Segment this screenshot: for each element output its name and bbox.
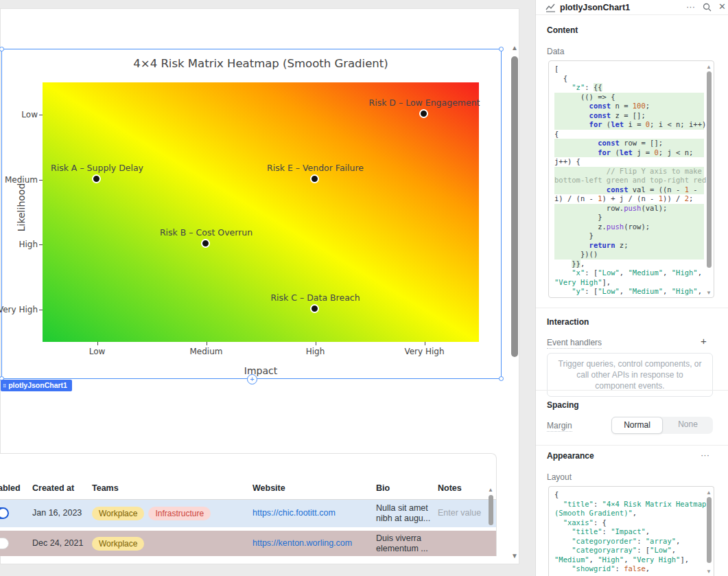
code-line: (() => {	[554, 93, 704, 102]
x-tick-label: Medium	[179, 347, 234, 356]
heatmap-plot-area[interactable]: LowMediumHighVery HighLowMediumHighVery …	[43, 82, 479, 342]
layout-code-editor[interactable]: { "title": "4×4 Risk Matrix Heatmap(Smoo…	[548, 486, 714, 576]
column-header-enabled[interactable]: Enabled	[0, 483, 21, 493]
resize-handle-top-right[interactable]	[499, 47, 504, 51]
column-header-teams[interactable]: Teams	[92, 483, 119, 493]
layout-editor-scrollbar-thumb[interactable]	[707, 497, 712, 563]
code-line: "z": {{	[554, 83, 704, 93]
appearance-more-icon[interactable]: ···	[701, 450, 709, 460]
cell-website-link[interactable]: https://kenton.worling.com	[253, 538, 352, 548]
component-tag-label: plotlyJsonChart1	[8, 381, 67, 389]
code-line: "Medium", "High", "Very High"],	[554, 555, 704, 565]
component-name-title: plotlyJsonChart1	[560, 3, 630, 12]
cell-created-at[interactable]: Jan 16, 2023	[32, 508, 82, 518]
table-row[interactable]: Jan 16, 2023WorkplaceInfrastructurehttps…	[0, 500, 497, 527]
risk-point	[419, 109, 428, 118]
team-tag: Workplace	[92, 507, 144, 520]
add-event-handler-button[interactable]: +	[701, 335, 707, 347]
y-tick	[39, 310, 43, 310]
component-tag[interactable]: ⠿plotlyJsonChart1	[1, 380, 72, 391]
close-icon[interactable]: ✕	[718, 1, 726, 12]
code-line: "x": ["Low", "Medium", "High",	[554, 268, 704, 278]
divider	[536, 445, 728, 446]
code-line: j++) {	[554, 157, 704, 167]
code-line: })()	[554, 250, 704, 260]
code-line: const row = [];	[554, 139, 704, 148]
code-line: "y": ["Low", "Medium", "High",	[554, 287, 704, 297]
team-tag: Workplace	[92, 537, 144, 551]
code-line: const z = [];	[554, 111, 704, 121]
editor-root: 4×4 Risk Matrix Heatmap (Smooth Gradient…	[0, 0, 728, 576]
inspector-header: plotlyJsonChart1 ··· ✕	[536, 0, 728, 15]
inspector-panel: plotlyJsonChart1 ··· ✕ Content Data [ { …	[535, 0, 728, 576]
code-line: {	[554, 490, 704, 500]
more-menu-icon[interactable]: ···	[686, 1, 695, 12]
chart-component-icon	[545, 3, 556, 15]
resize-handle-top-left[interactable]	[0, 47, 4, 51]
code-line: const n = 100;	[554, 102, 704, 111]
code-line: bottom-left green and top-right red	[554, 176, 704, 185]
data-editor-scrollbar-thumb[interactable]	[707, 71, 712, 268]
data-code-editor[interactable]: [ { "z": {{ (() => { const n = 100; cons…	[548, 60, 714, 298]
plotly-chart-component[interactable]: 4×4 Risk Matrix Heatmap (Smooth Gradient…	[1, 49, 502, 379]
data-editor-scroll-down-icon[interactable]: ▼	[706, 290, 712, 296]
y-tick-label: Low	[0, 110, 38, 119]
code-line: "showgrid": false,	[554, 564, 704, 574]
cell-notes-placeholder[interactable]: Enter value	[438, 508, 481, 518]
canvas-scroll-down-icon[interactable]: ▼	[511, 553, 518, 560]
code-line: {	[554, 74, 704, 84]
drag-grip-icon: ⠿	[3, 384, 6, 389]
content-section-heading: Content	[547, 25, 578, 35]
toggle-on[interactable]	[0, 507, 9, 519]
layout-editor-scroll-up-icon[interactable]: ▲	[706, 489, 712, 496]
resize-handle-bottom-center[interactable]: +	[247, 374, 257, 384]
canvas-scrollbar-thumb[interactable]	[511, 56, 518, 357]
data-editor-scroll-up-icon[interactable]: ▲	[706, 64, 712, 70]
code-line: return z;	[554, 241, 704, 251]
code-line: "categoryarray": ["Low",	[554, 546, 704, 555]
layout-editor-scroll-down-icon[interactable]: ▼	[706, 568, 712, 575]
risk-annotation-label: Risk B – Cost Overrun	[124, 227, 289, 238]
cell-bio[interactable]: Duis viverra elementum ...	[376, 533, 436, 554]
risk-annotation-label: Risk E – Vendor Failure	[233, 163, 398, 173]
code-line: "Very High"],	[554, 278, 704, 288]
table-component[interactable]: EnabledCreated atTeamsWebsiteBioNotes Ja…	[0, 453, 497, 556]
cell-bio[interactable]: Nulla sit amet nibh at augu...	[376, 503, 436, 524]
appearance-section-heading: Appearance	[547, 451, 594, 461]
resize-handle-bottom-right[interactable]	[499, 376, 504, 381]
x-tick-label: Low	[70, 347, 125, 356]
code-line: }},	[554, 260, 704, 269]
code-line: }	[554, 231, 704, 241]
y-axis-title: Likelihood	[16, 180, 27, 235]
table-scrollbar-thumb[interactable]	[489, 495, 493, 525]
column-header-website[interactable]: Website	[253, 483, 285, 493]
y-tick-label: High	[0, 240, 38, 249]
column-header-created-at[interactable]: Created at	[32, 483, 74, 493]
toggle-off[interactable]	[0, 538, 9, 549]
margin-option-normal[interactable]: Normal	[611, 417, 663, 434]
y-tick	[39, 180, 43, 181]
code-line: {	[554, 130, 704, 139]
spacing-section-heading: Spacing	[547, 400, 579, 410]
cell-website-link[interactable]: https://chic.footitt.com	[253, 508, 336, 518]
cell-teams[interactable]: WorkplaceInfrastructure	[92, 507, 215, 520]
x-tick-label: High	[288, 347, 343, 356]
margin-option-none[interactable]: None	[663, 417, 713, 434]
risk-annotation-label: Risk D – Low Engagement	[342, 97, 507, 108]
table-row[interactable]: Dec 24, 2021Workplacehttps://kenton.worl…	[0, 531, 497, 556]
column-header-notes[interactable]: Notes	[438, 483, 462, 493]
code-line: // Flip Y axis to make	[554, 167, 704, 176]
y-tick-label: Very High	[0, 305, 38, 314]
cell-created-at[interactable]: Dec 24, 2021	[32, 538, 83, 548]
x-tick-label: Very High	[397, 347, 452, 356]
search-icon[interactable]	[703, 3, 712, 14]
chart-title: 4×4 Risk Matrix Heatmap (Smooth Gradient…	[43, 57, 479, 70]
canvas-scroll-up-icon[interactable]: ▲	[511, 45, 518, 51]
code-line: z.push(row);	[554, 222, 704, 232]
code-line: for (let i = 0; i < n; i++)	[554, 120, 704, 130]
cell-teams[interactable]: Workplace	[92, 537, 148, 551]
table-scroll-up-icon[interactable]: ▲	[488, 487, 493, 493]
column-header-bio[interactable]: Bio	[376, 483, 390, 493]
code-line: "title": "Impact",	[554, 527, 704, 537]
risk-point	[201, 239, 210, 248]
